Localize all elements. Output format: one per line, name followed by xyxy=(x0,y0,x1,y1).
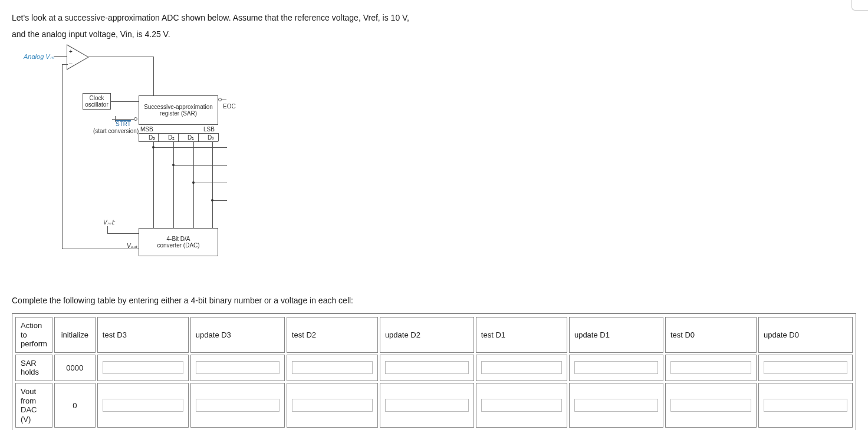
dac-l2: converter (DAC) xyxy=(140,242,216,249)
sar-test-d0-input[interactable] xyxy=(670,361,751,374)
comparator-plus: + xyxy=(69,48,73,55)
wire xyxy=(139,141,218,142)
label-msb: MSB xyxy=(140,126,153,133)
wire xyxy=(153,57,154,95)
dac-box: 4-Bit D/A converter (DAC) xyxy=(139,228,218,256)
node-icon xyxy=(152,146,154,148)
label-start-conversion: (start conversion) xyxy=(93,128,139,134)
label-d2: D₂ xyxy=(168,134,175,141)
sar-initialize: 0000 xyxy=(54,355,96,381)
rowhead-action: Action to perform xyxy=(15,317,52,353)
dac-l1: 4-Bit D/A xyxy=(140,236,216,242)
node-icon xyxy=(211,199,213,201)
wire xyxy=(178,133,179,141)
wire xyxy=(54,56,67,57)
rowhead-sar: SAR holds xyxy=(15,355,52,381)
wire xyxy=(153,147,227,148)
label-d1: D₁ xyxy=(188,134,194,141)
question-intro: Let's look at a successive-approximation… xyxy=(12,9,856,42)
vout-update-d1-input[interactable] xyxy=(574,399,658,412)
vout-test-d1-input[interactable] xyxy=(481,399,562,412)
wire xyxy=(212,200,227,201)
wire xyxy=(158,133,159,141)
action-test-d3: test D3 xyxy=(97,317,189,353)
wire xyxy=(222,100,226,100)
wire xyxy=(212,141,213,228)
wire xyxy=(107,226,108,233)
sar-test-d2-input[interactable] xyxy=(292,361,373,374)
sar-test-d1-input[interactable] xyxy=(481,361,562,374)
wire xyxy=(62,64,68,65)
label-d3: D₃ xyxy=(149,134,155,141)
wire xyxy=(193,183,227,183)
node-icon xyxy=(172,164,175,166)
comparator-minus: – xyxy=(69,60,73,67)
wire xyxy=(173,165,227,166)
action-update-d2: update D2 xyxy=(380,317,474,353)
label-eoc: EOC xyxy=(223,103,236,110)
vout-row: Vout from DAC (V) 0 xyxy=(15,383,853,428)
adc-diagram: Analog Vₘ + – Clock oscillator STRT (sta… xyxy=(12,48,856,278)
node-icon xyxy=(192,181,195,184)
rowhead-vout: Vout from DAC (V) xyxy=(15,383,52,428)
answer-table: Action to perform initialize test D3 upd… xyxy=(14,315,854,429)
table-instruction: Complete the following table by entering… xyxy=(12,296,856,305)
clock-oscillator-box: Clock oscillator xyxy=(83,93,111,110)
label-d0: D₀ xyxy=(208,134,214,141)
vout-test-d0-input[interactable] xyxy=(670,399,751,412)
vout-update-d2-input[interactable] xyxy=(385,399,469,412)
sar-test-d3-input[interactable] xyxy=(103,361,183,374)
label-strt: STRT xyxy=(116,121,131,127)
vout-update-d0-input[interactable] xyxy=(764,399,847,412)
clock-l1: Clock xyxy=(84,95,109,101)
wire xyxy=(139,133,139,141)
wire xyxy=(193,141,194,228)
vout-test-d2-input[interactable] xyxy=(292,399,373,412)
sar-l1: Successive-approximation xyxy=(140,104,216,110)
vout-initialize: 0 xyxy=(54,383,96,428)
action-test-d0: test D0 xyxy=(665,317,757,353)
vout-update-d3-input[interactable] xyxy=(196,399,280,412)
action-update-d3: update D3 xyxy=(190,317,285,353)
wire xyxy=(62,249,139,249)
wire xyxy=(62,64,63,249)
action-update-d1: update D1 xyxy=(569,317,663,353)
action-row: Action to perform initialize test D3 upd… xyxy=(15,317,853,353)
action-initialize: initialize xyxy=(54,317,96,353)
label-vref: Vᵣₑէ xyxy=(103,219,114,226)
sar-update-d0-input[interactable] xyxy=(764,361,847,374)
wire xyxy=(88,57,153,57)
wire xyxy=(218,133,219,141)
sar-update-d2-input[interactable] xyxy=(385,361,469,374)
intro-line-2: and the analog input voltage, Vin, is 4.… xyxy=(12,26,856,42)
sar-update-d3-input[interactable] xyxy=(196,361,280,374)
intro-line-1: Let's look at a successive-approximation… xyxy=(12,9,856,26)
inverter-bubble-icon xyxy=(134,117,137,121)
wire xyxy=(107,233,139,234)
sar-box: Successive-approximation register (SAR) xyxy=(139,95,218,125)
vout-test-d3-input[interactable] xyxy=(103,399,183,412)
wire xyxy=(198,133,199,141)
wire xyxy=(173,141,174,228)
label-analog-vin: Analog Vₘ xyxy=(24,53,54,61)
action-test-d1: test D1 xyxy=(476,317,567,353)
clock-l2: oscillator xyxy=(84,101,109,108)
wire xyxy=(111,101,139,102)
sar-row: SAR holds 0000 xyxy=(15,355,853,381)
corner-decoration xyxy=(851,0,868,11)
action-test-d2: test D2 xyxy=(287,317,378,353)
sar-update-d1-input[interactable] xyxy=(574,361,658,374)
wire xyxy=(153,141,154,228)
sar-l2: register (SAR) xyxy=(140,110,216,117)
action-update-d0: update D0 xyxy=(758,317,853,353)
label-lsb: LSB xyxy=(203,126,215,133)
answer-table-container: Action to perform initialize test D3 upd… xyxy=(12,313,856,430)
